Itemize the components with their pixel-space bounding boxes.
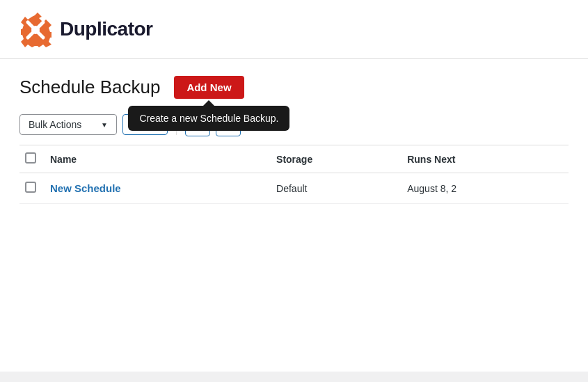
row-checkbox-cell <box>19 173 45 204</box>
table-row: New Schedule Default August 8, 2 <box>19 173 569 204</box>
column-checkbox <box>19 145 45 173</box>
bulk-actions-dropdown[interactable]: Bulk Actions ▼ <box>19 114 117 135</box>
add-new-wrapper: Add New Create a new Schedule Backup. <box>174 76 244 99</box>
duplicator-logo-icon <box>17 11 53 47</box>
schedule-table: Name Storage Runs Next New Schedule <box>19 145 569 204</box>
row-runs-next-cell: August 8, 2 <box>402 173 569 204</box>
add-new-tooltip: Create a new Schedule Backup. <box>128 106 289 131</box>
add-new-button[interactable]: Add New <box>174 76 244 99</box>
row-checkbox[interactable] <box>25 182 36 193</box>
table-header-row: Name Storage Runs Next <box>19 145 569 173</box>
select-all-checkbox[interactable] <box>25 152 36 164</box>
column-runs-next: Runs Next <box>402 145 569 173</box>
bulk-actions-label: Bulk Actions <box>29 119 81 130</box>
toolbar: Bulk Actions ▼ Apply <box>19 113 569 145</box>
schedule-name-link[interactable]: New Schedule <box>50 182 121 194</box>
row-storage-cell: Default <box>271 173 402 204</box>
svg-point-2 <box>31 26 40 34</box>
dropdown-arrow-icon: ▼ <box>101 121 108 129</box>
column-name: Name <box>45 145 271 173</box>
page-title-row: Schedule Backup Add New Create a new Sch… <box>19 76 569 99</box>
header: Duplicator <box>0 0 588 59</box>
logo-text: Duplicator <box>60 18 152 40</box>
row-name-cell: New Schedule <box>45 173 271 204</box>
column-storage: Storage <box>271 145 402 173</box>
main-content: Schedule Backup Add New Create a new Sch… <box>0 59 588 372</box>
logo-container: Duplicator <box>17 11 152 47</box>
page-title: Schedule Backup <box>19 77 160 98</box>
